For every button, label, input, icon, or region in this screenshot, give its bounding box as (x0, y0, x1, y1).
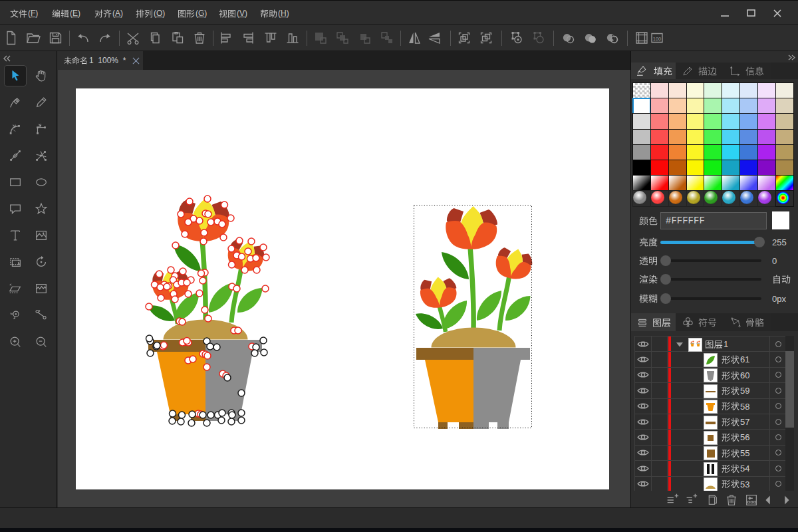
svg-text:100: 100 (653, 36, 662, 42)
